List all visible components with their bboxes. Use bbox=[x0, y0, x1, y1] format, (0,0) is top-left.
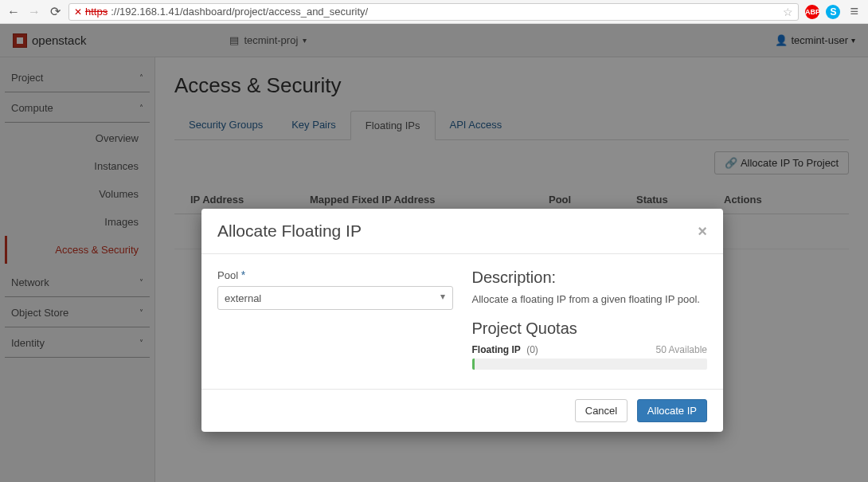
quota-row: Floating IP (0) 50 Available bbox=[472, 344, 708, 355]
adblock-icon[interactable]: ABP bbox=[805, 5, 819, 19]
pool-select[interactable]: external bbox=[217, 286, 453, 310]
quota-used: (0) bbox=[526, 344, 538, 355]
modal-title: Allocate Floating IP bbox=[217, 221, 362, 241]
close-icon[interactable]: × bbox=[698, 222, 707, 241]
insecure-icon: ✕ bbox=[74, 6, 82, 18]
allocate-ip-submit-button[interactable]: Allocate IP bbox=[637, 399, 707, 422]
description-text: Allocate a floating IP from a given floa… bbox=[472, 293, 708, 305]
bookmark-star-icon[interactable]: ☆ bbox=[783, 6, 793, 18]
url-path: ://192.168.1.41/dashboard/project/access… bbox=[111, 6, 368, 18]
label-text: Pool bbox=[217, 269, 238, 281]
quota-progress-fill bbox=[472, 359, 475, 370]
url-scheme: https bbox=[85, 6, 108, 18]
modal-description: Description: Allocate a floating IP from… bbox=[472, 268, 708, 370]
reload-button[interactable]: ⟳ bbox=[48, 5, 62, 19]
modal-footer: Cancel Allocate IP bbox=[201, 389, 723, 432]
modal-form: Pool * external bbox=[217, 268, 453, 370]
cancel-button[interactable]: Cancel bbox=[575, 399, 628, 422]
quota-name: Floating IP bbox=[472, 344, 521, 355]
address-bar[interactable]: ✕ https ://192.168.1.41/dashboard/projec… bbox=[68, 3, 799, 21]
back-button[interactable]: ← bbox=[6, 5, 21, 19]
modal-body: Pool * external Description: Allocate a … bbox=[201, 254, 723, 389]
quotas-title: Project Quotas bbox=[472, 319, 708, 338]
description-title: Description: bbox=[472, 268, 708, 287]
pool-select-wrap: external bbox=[217, 286, 453, 310]
quota-left: Floating IP (0) bbox=[472, 344, 538, 355]
forward-button[interactable]: → bbox=[27, 5, 41, 19]
pool-label: Pool * bbox=[217, 268, 453, 281]
modal-header: Allocate Floating IP × bbox=[201, 209, 723, 254]
quota-available: 50 Available bbox=[656, 344, 708, 355]
allocate-floating-ip-modal: Allocate Floating IP × Pool * external D… bbox=[201, 209, 723, 432]
browser-menu-icon[interactable]: ≡ bbox=[846, 3, 862, 20]
quota-progress-bar bbox=[472, 359, 708, 370]
skype-icon[interactable]: S bbox=[826, 5, 840, 19]
browser-toolbar: ← → ⟳ ✕ https ://192.168.1.41/dashboard/… bbox=[0, 0, 868, 24]
required-indicator: * bbox=[241, 268, 245, 281]
